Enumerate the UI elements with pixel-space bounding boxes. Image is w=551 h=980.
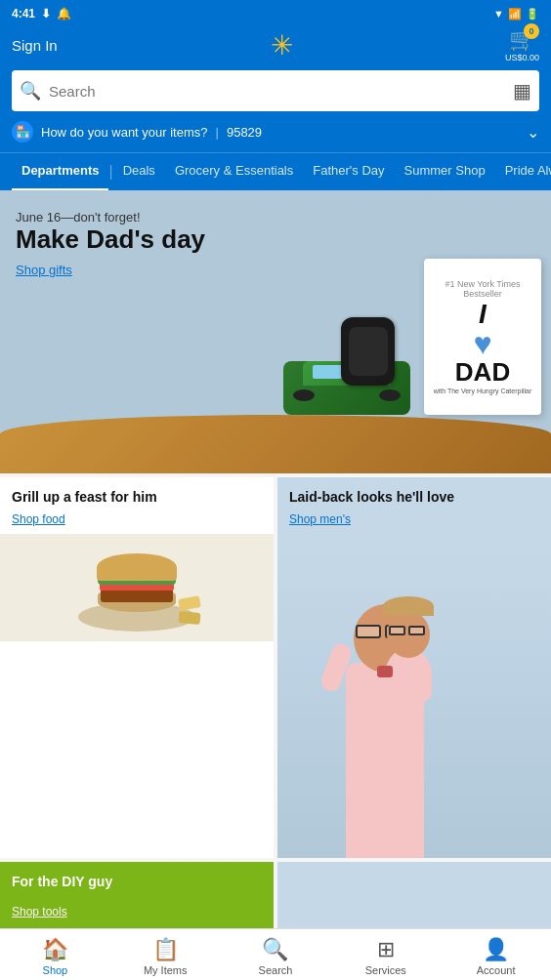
nav-tab-departments[interactable]: Departments [12, 153, 108, 190]
search-nav-label: Search [259, 964, 293, 976]
family-image [277, 546, 551, 858]
banner-text: June 16—don't forget! Make Dad's day Sho… [16, 210, 205, 277]
nav-tab-summer-shop[interactable]: Summer Shop [395, 153, 495, 190]
food-shop-link[interactable]: Shop food [0, 509, 274, 534]
wifi-icon: ▼ [493, 8, 504, 20]
download-icon: ⬇ [41, 7, 51, 20]
food-card-title: Grill up a feast for him [12, 489, 262, 505]
services-label: Services [365, 964, 406, 976]
bottom-nav: 🏠 Shop 📋 My Items 🔍 Search ⊞ Services 👤 … [0, 928, 551, 980]
search-bar-container: 🔍 ▦ [0, 70, 551, 121]
nav-my-items[interactable]: 📋 My Items [110, 937, 221, 976]
nav-shop[interactable]: 🏠 Shop [0, 937, 110, 976]
time: 4:41 [12, 7, 35, 20]
mens-card-title: Laid-back looks he'll love [289, 489, 539, 505]
nav-tab-deals[interactable]: Deals [113, 153, 165, 190]
main-banner: June 16—don't forget! Make Dad's day Sho… [0, 190, 551, 473]
sign-in-button[interactable]: Sign In [12, 37, 58, 54]
services-icon: ⊞ [377, 937, 395, 962]
dad-book: #1 New York Times Bestseller I ♥ DAD wit… [424, 259, 541, 415]
my-items-icon: 📋 [152, 937, 179, 962]
my-items-label: My Items [144, 964, 188, 976]
location-divider: | [216, 125, 219, 140]
search-input[interactable] [49, 83, 505, 100]
nav-search[interactable]: 🔍 Search [221, 937, 331, 976]
walmart-logo: ✳ [271, 29, 291, 61]
cart-button[interactable]: 🛒 0 US$0.00 [505, 27, 539, 62]
watch [341, 317, 395, 386]
promo-row: Grill up a feast for him Shop food [0, 477, 551, 858]
delivery-prompt: How do you want your items? [41, 125, 208, 140]
mens-shop-link[interactable]: Shop men's [277, 509, 551, 534]
banner-shop-link[interactable]: Shop gifts [16, 263, 205, 277]
account-icon: 👤 [483, 937, 509, 962]
nav-account[interactable]: 👤 Account [441, 937, 551, 976]
search-icon: 🔍 [20, 80, 41, 102]
status-bar: 4:41 ⬇ 🔔 ▼ 📶 🔋 [0, 0, 551, 27]
cart-badge: 0 [524, 23, 539, 39]
banner-products: #1 New York Times Bestseller I ♥ DAD wit… [283, 259, 541, 415]
nav-tab-fathers-day[interactable]: Father's Day [303, 153, 394, 190]
zip-code: 95829 [227, 125, 262, 140]
search-bar[interactable]: 🔍 ▦ [12, 70, 539, 111]
barcode-icon[interactable]: ▦ [513, 79, 531, 102]
account-label: Account [477, 964, 516, 976]
banner-title: Make Dad's day [16, 225, 205, 255]
diy-card-title: For the DIY guy [12, 874, 262, 889]
battery-icon: 🔋 [526, 8, 539, 20]
location-icon: 🏪 [12, 121, 33, 143]
location-bar[interactable]: 🏪 How do you want your items? | 95829 ⌄ [0, 121, 551, 152]
nav-tabs: Departments | Deals Grocery & Essentials… [0, 152, 551, 190]
shop-label: Shop [43, 964, 68, 976]
food-image [0, 534, 274, 641]
watch-face [349, 327, 388, 376]
nav-tab-grocery[interactable]: Grocery & Essentials [165, 153, 303, 190]
banner-subtitle: June 16—don't forget! [16, 210, 205, 225]
search-nav-icon: 🔍 [262, 937, 288, 962]
nav-tab-pride-always[interactable]: Pride Always [495, 153, 551, 190]
table-surface [0, 415, 551, 473]
cart-price: US$0.00 [505, 53, 539, 62]
chevron-down-icon: ⌄ [527, 123, 539, 142]
header: Sign In ✳ 🛒 0 US$0.00 [0, 27, 551, 70]
mens-promo-card: Laid-back looks he'll love Shop men's [277, 477, 551, 858]
signal-icon: 📶 [508, 8, 522, 20]
food-promo-card: Grill up a feast for him Shop food [0, 477, 274, 858]
tools-shop-link[interactable]: Shop tools [0, 901, 274, 926]
alert-icon: 🔔 [57, 7, 71, 20]
shop-icon: 🏠 [42, 937, 68, 962]
nav-services[interactable]: ⊞ Services [330, 937, 441, 976]
